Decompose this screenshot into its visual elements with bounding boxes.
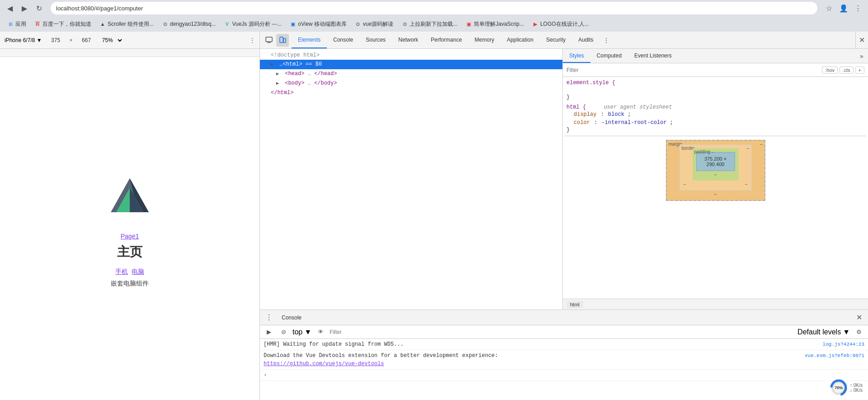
tab-performance[interactable]: Performance [425,32,468,48]
page1-link[interactable]: Page1 [121,233,139,240]
tab-console[interactable]: Console [327,32,359,48]
html-head-line[interactable]: ▶ <head> … </head> [260,69,562,79]
device-selector[interactable]: iPhone 6/7/8 ▼ [5,37,42,43]
filter-badges: :hov .cls + [822,67,864,74]
html-expand-icon[interactable]: ▶ [271,61,276,69]
bookmark-oview[interactable]: ▣ oView 移动端图表库 [286,19,350,29]
height-input[interactable] [76,37,97,43]
head-expand-icon[interactable]: ▶ [276,70,282,78]
apps-icon: ⊞ [7,21,14,27]
mobile-link[interactable]: 手机 [115,268,128,276]
account-button[interactable]: 👤 [837,2,850,14]
tab-audits[interactable]: Audits [572,32,599,48]
tab-network[interactable]: Network [392,32,425,48]
context-label: top [292,328,302,336]
bookmark-logo[interactable]: ▶ LOGO在线设计,人... [528,19,593,29]
console-settings-button[interactable]: ⚙ [854,327,864,338]
html-body-line[interactable]: ▶ <body> … </body> [260,79,562,88]
bookmark-vuejs[interactable]: V VueJs 源码分析 ---... [220,19,285,29]
device-more-icon[interactable]: ⋮ [250,37,255,43]
console-eye-button[interactable]: 👁 [315,327,326,338]
vue-logo [103,169,157,224]
tabs-more-icon[interactable]: ⋮ [600,32,613,48]
devtools-panels-container: <!doctype html> ▶ …<html> == $0 ▶ <head>… [260,49,868,310]
dimension-separator: × [70,37,73,43]
console-filter-input[interactable] [330,329,794,335]
zoom-selector[interactable]: 75% 50% 100% [100,37,123,44]
desktop-link[interactable]: 电脑 [132,268,144,276]
breadcrumb-html-tag[interactable]: html [566,301,583,308]
console-context-selector[interactable]: top ▼ [292,328,311,336]
main-area: iPhone 6/7/8 ▼ × 75% 50% 100% ⋮ [0,32,868,400]
tab-security[interactable]: Security [540,32,572,48]
bookmark-baidu[interactable]: 百 百度一下，你就知道 [31,19,95,29]
html-panel[interactable]: <!doctype html> ▶ …<html> == $0 ▶ <head>… [260,49,563,310]
devtools-icon-group [260,32,292,48]
devtools-panel: Elements Console Sources Network Perform… [260,32,868,400]
styles-panel: Styles Computed Event Listeners » :hov .… [563,49,868,310]
tab-sources[interactable]: Sources [359,32,392,48]
devtools-close-button[interactable]: ✕ [855,32,868,48]
console-actions: ✕ [854,312,864,323]
styles-filter-input[interactable] [566,67,818,73]
styles-more-icon[interactable]: » [855,49,868,63]
margin-bottom: – [670,191,761,196]
subtab-styles[interactable]: Styles [563,49,590,63]
console-messages: [HMR] Waiting for update signal from WDS… [260,339,868,400]
star-button[interactable]: ☆ [823,2,835,14]
page-nav-links: 手机 电脑 [115,268,144,276]
svg-rect-4 [266,37,272,42]
tab-application[interactable]: Application [500,32,540,48]
console-arrow-icon: › [264,371,267,379]
box-model-content: 375.200 × 290.400 [696,152,735,171]
svg-rect-7 [283,38,286,43]
html-doctype-line: <!doctype html> [260,51,562,60]
console-vue-devtools-message: Download the Vue Devtools extension for … [260,350,868,370]
bookmark-dengyao[interactable]: ⊙ dengyao123/dlsq... [158,20,219,28]
console-run-button[interactable]: ▶ [264,327,274,338]
tab-memory[interactable]: Memory [468,32,500,48]
add-style-badge[interactable]: + [855,67,864,74]
inspect-element-button[interactable] [263,34,275,47]
subtab-event-listeners[interactable]: Event Listeners [628,49,678,63]
box-model-border: border – padding – 375.200 × 290.400 [679,144,752,190]
javascript-icon: ▣ [466,21,472,27]
tab-elements[interactable]: Elements [292,32,327,48]
console-prompt-line[interactable]: › [260,370,868,381]
hov-filter-badge[interactable]: :hov [822,67,838,74]
page-main-title: 主页 [117,243,142,261]
vue-devtools-source-link[interactable]: vue.esm.js?efeb:9071 [805,352,864,360]
body-expand-icon[interactable]: ▶ [276,80,282,88]
back-button[interactable]: ◀ [4,2,16,14]
css-element-close: } [566,94,864,100]
border-left: – [684,181,686,186]
console-close-button[interactable]: ✕ [854,312,864,323]
devtools-tabs: Elements Console Sources Network Perform… [292,32,855,48]
console-ban-button[interactable]: ⊘ [278,327,289,338]
default-levels-selector[interactable]: Default levels ▼ [797,328,850,336]
refresh-button[interactable]: ↻ [33,2,45,14]
device-mode-button[interactable] [276,34,289,47]
bookmark-javascript[interactable]: ▣ 简单理解JavaScrip... [462,19,528,29]
width-input[interactable] [46,37,66,43]
console-more-icon[interactable]: ⋮ [264,313,274,322]
bookmark-pullrefresh[interactable]: ⊙ 上拉刷新下拉加载... [398,19,461,29]
box-model-padding: padding – 375.200 × 290.400 – [693,148,739,181]
css-html-display: display : block ; [566,110,864,119]
vue-devtools-link[interactable]: https://github.com/vuejs/vue-devtools [264,361,384,367]
address-bar[interactable]: localhost:8080/#/page1/computer [51,2,817,14]
console-tab-label[interactable]: Console [278,314,305,321]
bookmark-scroller[interactable]: ▲ Scroller 组件使用... [96,19,157,29]
more-button[interactable]: ⋮ [852,2,864,14]
subtab-computed[interactable]: Computed [590,49,628,63]
bookmark-vue-source[interactable]: ⊙ vue源码解读 [351,19,397,29]
hmr-message-link[interactable]: log.js?4244:23 [823,340,864,348]
html-html-line[interactable]: ▶ …<html> == $0 [260,60,562,69]
hmr-message-text: [HMR] Waiting for update signal from WDS… [264,340,819,348]
network-status-overlay: 70% ↑ 0K/s ↓ 0K/s [830,379,863,396]
element-breadcrumb: html [563,299,868,310]
padding-bottom: – [696,172,735,177]
cls-filter-badge[interactable]: .cls [840,67,854,74]
bookmark-apps[interactable]: ⊞ 应用 [4,19,30,29]
forward-button[interactable]: ▶ [18,2,31,14]
